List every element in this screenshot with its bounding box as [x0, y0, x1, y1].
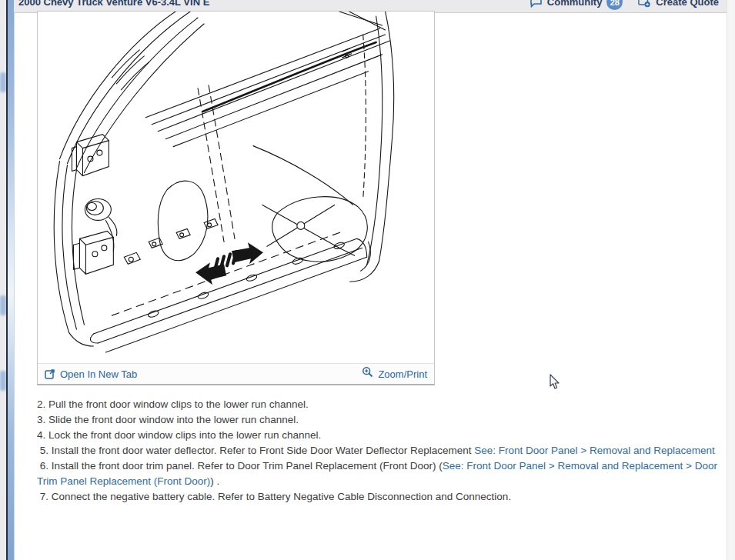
step-5: 5. Install the front door water deflecto… [37, 443, 717, 458]
step-text: 6. Install the front door trim panel. Re… [37, 460, 443, 472]
arrow-right [232, 242, 263, 264]
step-7: 7. Connect the negative battery cable. R… [37, 489, 717, 505]
step-4: 4. Lock the front door window clips into… [37, 428, 717, 443]
step-3: 3. Slide the front door window into the … [37, 412, 717, 428]
figure-container: Open In New Tab Zoom/Print [37, 11, 435, 385]
magnifier-plus-icon [362, 366, 373, 378]
community-count-badge: 28 [606, 0, 623, 10]
sidebar-splitter[interactable] [8, 0, 15, 560]
dock-tab-2[interactable] [0, 295, 6, 315]
step-reference-link[interactable]: See: Front Door Panel > Removal and Repl… [474, 445, 715, 456]
dock-tab-3[interactable] [0, 371, 6, 391]
page-title: 2000 Chevy Truck Venture V6-3.4L VIN E [18, 0, 209, 8]
mouse-cursor [550, 374, 561, 393]
step-6: 6. Install the front door trim panel. Re… [37, 458, 717, 489]
vertical-scrollbar[interactable] [727, 0, 735, 560]
zoom-print-link[interactable]: Zoom/Print [362, 366, 427, 382]
open-in-new-tab-link[interactable]: Open In New Tab [45, 368, 137, 380]
step-2: 2. Pull the front door window clips to t… [37, 397, 717, 412]
create-quote-label: Create Quote [656, 0, 719, 8]
dock-tab-1[interactable] [0, 72, 6, 92]
open-in-new-tab-icon [45, 368, 55, 379]
procedure-steps: 2. Pull the front door window clips to t… [37, 397, 717, 505]
step-text: ) . [210, 475, 219, 487]
zoom-print-label: Zoom/Print [378, 368, 427, 380]
left-dock-rail [0, 0, 6, 560]
step-text: 7. Connect the negative battery cable. R… [37, 491, 511, 502]
step-text: 4. Lock the front door window clips into… [37, 429, 321, 441]
community-label: Community [547, 0, 603, 8]
door-diagram [38, 12, 434, 363]
chat-bubble-icon [530, 0, 543, 8]
step-text: 3. Slide the front door window into the … [37, 414, 299, 425]
door-diagram-svg [38, 12, 434, 363]
figure-toolbar: Open In New Tab Zoom/Print [38, 363, 434, 384]
step-text: 2. Pull the front door window clips to t… [37, 398, 309, 410]
step-text: 5. Install the front door water deflecto… [37, 445, 474, 456]
document-plus-icon [638, 0, 651, 8]
arrow-left [195, 262, 226, 285]
create-quote-button[interactable]: Create Quote [638, 0, 719, 8]
open-in-new-tab-label: Open In New Tab [60, 368, 137, 380]
community-button[interactable]: Community 28 [530, 0, 623, 10]
